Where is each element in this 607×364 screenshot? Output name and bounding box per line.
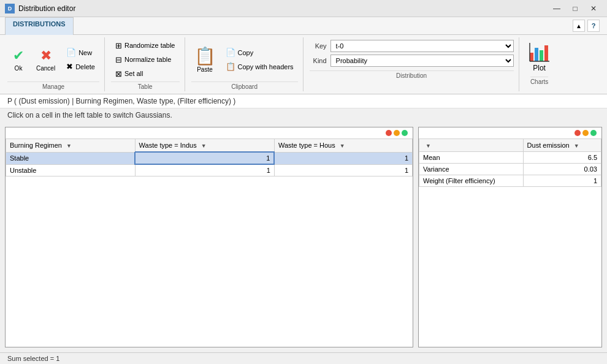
kind-select[interactable]: Probability Frequency	[330, 55, 514, 67]
new-button[interactable]: 📄 New	[62, 46, 99, 59]
svg-rect-0	[530, 53, 533, 61]
table-row[interactable]: Variance 0.03	[419, 164, 601, 175]
charts-group: Plot Charts	[521, 37, 559, 91]
distribution-label: Distribution	[310, 70, 514, 79]
normalize-table-button[interactable]: ⊟ Normalize table	[111, 53, 180, 66]
dot-red-left	[386, 130, 392, 136]
status-bar: Sum selected = 1	[0, 352, 607, 364]
window-controls: — □ ✕	[548, 2, 602, 15]
left-col-label-1: Waste type = Indus	[139, 142, 197, 149]
copy-with-headers-button[interactable]: 📋 Copy with headers	[221, 60, 298, 74]
set-all-button[interactable]: ⊠ Set all	[111, 67, 180, 80]
dot-yellow-right	[582, 130, 589, 136]
ok-button[interactable]: ✔ Ok	[7, 42, 29, 77]
plot-label: Plot	[533, 64, 546, 72]
title-bar: D Distribution editor — □ ✕	[0, 0, 607, 17]
cell-1-2[interactable]: 1	[274, 164, 412, 176]
filter-icon-right-0[interactable]: ▼	[426, 143, 431, 149]
right-panel-dots	[575, 130, 597, 136]
ok-icon: ✔	[13, 48, 24, 64]
svg-rect-2	[540, 50, 543, 61]
ribbon: DISTRIBUTIONS ▲ ? ✔ Ok ✖ Cancel 📄	[0, 17, 607, 94]
filter-icon-0[interactable]: ▼	[66, 143, 72, 149]
right-cell-2-1[interactable]: 1	[523, 175, 601, 187]
right-cell-1-1[interactable]: 0.03	[523, 164, 601, 175]
delete-label: Delete	[75, 63, 95, 70]
delete-button[interactable]: ✖ Delete	[62, 60, 99, 74]
table-row[interactable]: Unstable 1 1	[6, 164, 413, 176]
minimize-button[interactable]: —	[548, 2, 565, 15]
left-data-table: Burning Regimen ▼ Waste type = Indus ▼ W…	[6, 138, 413, 176]
cell-0-2[interactable]: 1	[274, 152, 412, 164]
main-content: Burning Regimen ▼ Waste type = Indus ▼ W…	[0, 122, 607, 352]
right-table-panel: ▼ Dust emission ▼ Mean 6.5 Variance 0.03	[418, 127, 602, 347]
normalize-label: Normalize table	[124, 56, 171, 63]
filter-icon-1[interactable]: ▼	[201, 143, 207, 149]
right-cell-1-0: Variance	[419, 164, 524, 175]
left-col-header-2[interactable]: Waste type = Hous ▼	[274, 139, 412, 153]
paste-button[interactable]: 📋 Paste	[191, 42, 219, 77]
filter-icon-2[interactable]: ▼	[340, 143, 345, 149]
dot-red-right	[575, 130, 581, 136]
app-icon: D	[5, 4, 15, 13]
charts-label: Charts	[530, 77, 548, 85]
cell-0-0[interactable]: Stable	[6, 152, 136, 164]
left-table-panel: Burning Regimen ▼ Waste type = Indus ▼ W…	[5, 127, 413, 347]
dot-green-left	[402, 130, 408, 136]
cell-1-1[interactable]: 1	[135, 164, 274, 176]
set-all-icon: ⊠	[115, 69, 122, 78]
ok-label: Ok	[15, 65, 23, 72]
new-label: New	[78, 49, 92, 56]
copy-button[interactable]: 📄 Copy	[221, 46, 298, 59]
key-select[interactable]: t-0 t-1 t-2	[330, 40, 514, 52]
key-label: Key	[310, 42, 327, 50]
window-title: Distribution editor	[18, 4, 75, 13]
clipboard-label: Clipboard	[191, 82, 298, 90]
set-all-label: Set all	[124, 70, 143, 77]
manage-group: ✔ Ok ✖ Cancel 📄 New ✖ Delete	[2, 37, 105, 91]
svg-rect-3	[544, 45, 548, 61]
table-row[interactable]: Weight (Filter efficiency) 1	[419, 175, 601, 187]
table-row[interactable]: Mean 6.5	[419, 152, 601, 164]
table-group: ⊞ Randomize table ⊟ Normalize table ⊠ Se…	[106, 37, 185, 91]
left-col-label-2: Waste type = Hous	[278, 142, 335, 149]
tab-distributions[interactable]: DISTRIBUTIONS	[5, 17, 74, 35]
randomize-icon: ⊞	[115, 41, 122, 50]
paste-icon: 📋	[194, 46, 216, 66]
right-col-header-1[interactable]: Dust emission ▼	[523, 139, 601, 152]
table-row[interactable]: Stable 1 1	[6, 152, 413, 164]
ribbon-collapse-button[interactable]: ▲	[573, 20, 585, 32]
cell-0-1[interactable]: 1	[135, 152, 274, 164]
randomize-table-button[interactable]: ⊞ Randomize table	[111, 39, 180, 52]
right-cell-0-0: Mean	[419, 152, 524, 164]
cell-1-0[interactable]: Unstable	[6, 164, 136, 176]
table-label: Table	[111, 82, 180, 90]
distribution-group: Key t-0 t-1 t-2 Kind Probability Frequen…	[305, 37, 519, 91]
left-col-header-1[interactable]: Waste type = Indus ▼	[135, 139, 274, 153]
copy-with-headers-label: Copy with headers	[238, 63, 294, 70]
left-col-header-0[interactable]: Burning Regimen ▼	[6, 139, 136, 153]
clipboard-group: 📋 Paste 📄 Copy 📋 Copy with headers Clipb…	[186, 37, 304, 91]
right-cell-2-0: Weight (Filter efficiency)	[419, 175, 524, 187]
filter-icon-right-1[interactable]: ▼	[574, 143, 579, 149]
kind-label: Kind	[310, 57, 327, 64]
dot-green-right	[590, 130, 597, 136]
plot-button[interactable]: Plot	[525, 39, 554, 75]
randomize-label: Randomize table	[124, 42, 175, 49]
paste-label: Paste	[197, 66, 213, 73]
cancel-label: Cancel	[36, 65, 55, 72]
cancel-icon: ✖	[40, 48, 52, 64]
copy-icon: 📄	[226, 48, 235, 57]
formula-text: P ( (Dust emission) | Burning Regimen, W…	[7, 97, 235, 105]
formula-bar: P ( (Dust emission) | Burning Regimen, W…	[0, 94, 607, 108]
close-button[interactable]: ✕	[585, 2, 602, 15]
cancel-button[interactable]: ✖ Cancel	[32, 42, 59, 77]
new-icon: 📄	[66, 48, 76, 57]
manage-label: Manage	[7, 82, 99, 90]
right-cell-0-1[interactable]: 6.5	[523, 152, 601, 164]
maximize-button[interactable]: □	[567, 2, 584, 15]
ribbon-help-button[interactable]: ?	[587, 20, 600, 32]
new-delete-group: 📄 New ✖ Delete	[62, 46, 99, 74]
right-col-header-0[interactable]: ▼	[419, 139, 524, 152]
right-col-label-1: Dust emission	[527, 142, 570, 149]
